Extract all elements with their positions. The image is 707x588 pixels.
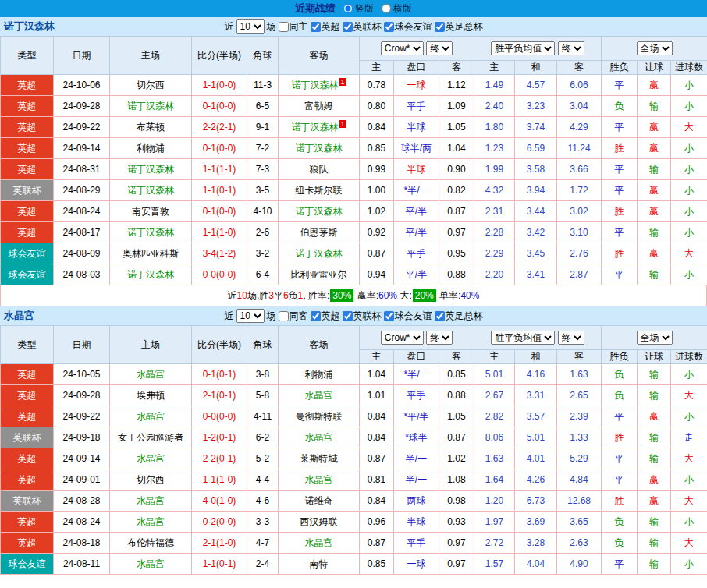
handicap-away-odds-cell: 0.93 — [439, 512, 474, 533]
filter-league-cup[interactable]: 英联杯 — [343, 310, 382, 323]
scope-select[interactable]: 全场 — [637, 331, 673, 345]
filter-fa-cup[interactable]: 英足总杯 — [435, 20, 483, 34]
filter-epl-checkbox[interactable] — [311, 311, 321, 321]
mean-away-odds-cell: 4.84 — [557, 469, 602, 491]
match-row: 英联杯24-08-29诺丁汉森林1-1(0-1)3-5纽卡斯尔联1.00*半/一… — [1, 180, 707, 201]
handicap-result-cell: 赢 — [638, 180, 671, 201]
handicap-result-cell: 输 — [638, 448, 671, 469]
col-header-type: 类型 — [1, 326, 54, 364]
filter-league-cup[interactable]: 英联杯 — [343, 20, 382, 34]
mean-stage-select[interactable]: 终 — [558, 331, 584, 345]
handicap-home-odds-cell: 0.87 — [360, 448, 394, 469]
match-row: 英超24-08-17诺丁汉森林1-1(1-0)2-6伯恩茅斯0.92平/半0.9… — [1, 222, 707, 243]
match-date-cell: 24-08-11 — [54, 554, 110, 575]
unit-label: 场 — [267, 20, 276, 34]
filter-epl[interactable]: 英超 — [311, 20, 340, 34]
mean-draw-odds-cell: 3.69 — [515, 512, 557, 533]
odds-stage-select[interactable]: 终 — [426, 41, 453, 55]
handicap-away-odds-cell: 1.12 — [439, 75, 474, 96]
mean-home-odds-cell: 2.72 — [474, 533, 515, 554]
match-type-cell: 球会友谊 — [1, 264, 54, 285]
filter-club-friendly-checkbox[interactable] — [384, 22, 394, 32]
match-row: 英超24-09-28埃弗顿2-1(0-1)5-8水晶宫1.01平手0.882.6… — [1, 385, 707, 406]
score-cell: 4-0(1-0) — [192, 491, 247, 512]
corner-cell: 4-4 — [247, 469, 279, 491]
handicap-home-odds-cell: 1.00 — [360, 180, 394, 201]
handicap-cell: 平/半 — [394, 201, 439, 222]
filter-fa-cup-checkbox[interactable] — [435, 22, 445, 32]
match-date-cell: 24-09-14 — [54, 138, 110, 159]
home-team-cell: 利物浦 — [110, 138, 192, 159]
match-type-cell: 英超 — [1, 75, 54, 96]
match-row: 英联杯24-08-28水晶宫4-0(1-0)4-6诺维奇0.84两球0.981.… — [1, 491, 707, 512]
match-row: 英超24-09-28诺丁汉森林0-1(0-0)6-5富勒姆0.80平手1.092… — [1, 96, 707, 117]
mean-home-odds-cell: 1.63 — [474, 448, 515, 469]
col-header-home: 主场 — [110, 326, 192, 364]
same-venue-filter[interactable]: 同主 — [279, 20, 308, 34]
odds-stage-select[interactable]: 终 — [426, 331, 453, 345]
same-venue-checkbox[interactable] — [279, 311, 289, 321]
filter-club-friendly[interactable]: 球会友谊 — [384, 310, 432, 323]
mean-draw-odds-cell: 3.45 — [515, 243, 557, 264]
layout-horizontal-option[interactable]: 横版 — [382, 2, 412, 16]
mean-away-odds-cell: 12.68 — [557, 491, 602, 512]
layout-horizontal-radio[interactable] — [382, 4, 391, 13]
summary-part: 1 — [298, 290, 304, 301]
match-date-cell: 24-09-22 — [54, 117, 110, 138]
mean-home-odds-cell: 2.67 — [474, 385, 515, 406]
match-type-cell: 英联杯 — [1, 427, 54, 448]
mean-draw-odds-cell: 4.16 — [515, 364, 557, 385]
bookmaker-select[interactable]: Crow* — [381, 41, 424, 55]
layout-vertical-option[interactable]: 竖版 — [343, 2, 374, 16]
goals-cell: 小 — [671, 180, 707, 201]
filter-fa-cup[interactable]: 英足总杯 — [435, 310, 483, 323]
col-header-handicap-result: 让球 — [638, 350, 671, 364]
summary-part: 赢率: — [354, 289, 378, 303]
same-venue-filter[interactable]: 同客 — [279, 310, 308, 323]
away-team-cell: 水晶宫 — [279, 469, 360, 491]
handicap-home-odds-cell: 0.80 — [360, 96, 394, 117]
col-header-mean-home: 主 — [474, 61, 515, 75]
summary-part: 大: — [397, 289, 412, 303]
handicap-away-odds-cell: 1.08 — [439, 469, 474, 491]
col-header-date: 日期 — [54, 326, 110, 364]
match-count-select[interactable]: 10 — [236, 309, 265, 323]
filter-league-cup-checkbox[interactable] — [343, 22, 353, 32]
layout-vertical-radio[interactable] — [343, 4, 353, 13]
match-count-select[interactable]: 10 — [236, 19, 265, 34]
match-row: 英超24-09-14水晶宫2-2(0-1)5-2莱斯特城0.87半/一1.021… — [1, 448, 707, 469]
mean-home-odds-cell: 2.28 — [474, 222, 515, 243]
result-cell: 胜 — [602, 201, 638, 222]
corner-cell: 4-7 — [247, 533, 279, 554]
team-section-header: 水晶宫 近 10 场 同客 英超 英联杯 球会友谊 英足总 — [0, 306, 707, 325]
same-venue-checkbox[interactable] — [279, 22, 289, 32]
handicap-cell: 平/半 — [394, 222, 439, 243]
match-type-cell: 英超 — [1, 96, 54, 117]
filter-fa-cup-checkbox[interactable] — [435, 311, 445, 321]
away-team-cell: 莱斯特城 — [279, 448, 360, 469]
mean-type-select[interactable]: 胜平负均值 — [491, 331, 555, 345]
summary-part: 单率: — [437, 289, 461, 303]
handicap-result-cell: 赢 — [638, 138, 671, 159]
mean-draw-odds-cell: 4.57 — [515, 75, 557, 96]
summary-part: 3 — [268, 290, 274, 301]
result-cell: 平 — [602, 180, 638, 201]
away-team-cell: 水晶宫 — [279, 427, 360, 448]
filter-league-cup-checkbox[interactable] — [343, 311, 353, 321]
red-card-badge: 1 — [339, 78, 346, 86]
summary-part: 60% — [378, 290, 397, 301]
filter-club-friendly[interactable]: 球会友谊 — [384, 20, 432, 34]
bookmaker-select[interactable]: Crow* — [381, 331, 424, 345]
filter-epl[interactable]: 英超 — [311, 310, 340, 323]
handicap-result-cell: 赢 — [638, 75, 671, 96]
mean-stage-select[interactable]: 终 — [558, 41, 584, 55]
mean-away-odds-cell: 3.65 — [557, 512, 602, 533]
scope-group-header: 全场 — [602, 37, 707, 61]
filter-epl-checkbox[interactable] — [311, 22, 321, 32]
filter-club-friendly-checkbox[interactable] — [384, 311, 394, 321]
handicap-away-odds-cell: 1.02 — [439, 448, 474, 469]
mean-type-select[interactable]: 胜平负均值 — [491, 41, 555, 55]
scope-select[interactable]: 全场 — [637, 41, 673, 55]
mean-draw-odds-cell: 3.31 — [515, 385, 557, 406]
result-cell: 平 — [602, 406, 638, 427]
